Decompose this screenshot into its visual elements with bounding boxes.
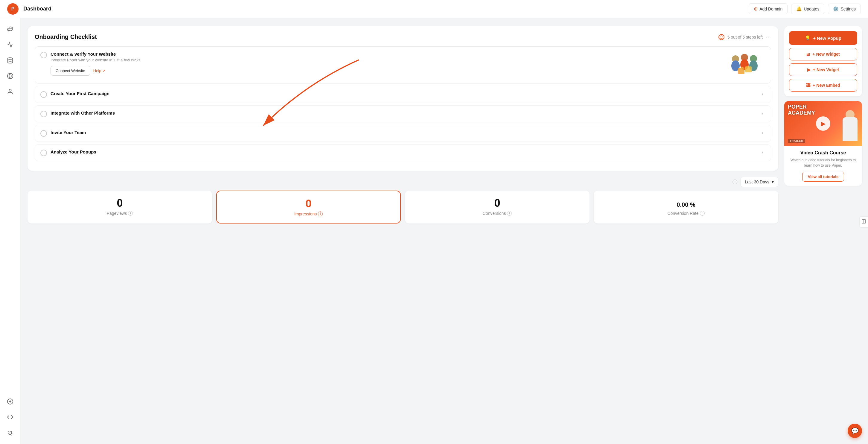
impressions-info-icon[interactable]: i xyxy=(318,211,323,216)
checklist-item-left-2: Create Your First Campaign xyxy=(40,91,760,98)
chevron-right-icon-4: › xyxy=(760,130,766,136)
circle-check-analyze xyxy=(40,150,47,156)
bell-icon: 🔔 xyxy=(796,6,802,12)
settings-button[interactable]: ⚙️ Settings xyxy=(828,4,861,14)
checklist-item-team[interactable]: Invite Your Team › xyxy=(35,125,771,142)
right-edge-panel-icon[interactable] xyxy=(859,216,868,228)
stats-header: i Last 30 Days ▾ xyxy=(28,177,778,187)
checklist-item-title-platforms: Integrate with Other Platforms xyxy=(51,110,115,116)
left-panel: Onboarding Checklist 5 out of 5 steps le… xyxy=(28,26,778,436)
svg-rect-18 xyxy=(862,219,866,223)
action-buttons-panel: 💡 + New Popup ⊞ + New Widget ▶ + New Vid… xyxy=(784,26,862,96)
chevron-right-icon-5: › xyxy=(760,149,766,155)
checklist-item-website[interactable]: Connect & Verify Your Website Integrate … xyxy=(35,47,771,84)
sidebar-item-globe[interactable] xyxy=(4,69,17,83)
view-tutorials-button[interactable]: View all tutorials xyxy=(802,172,844,182)
onboarding-checklist-card: Onboarding Checklist 5 out of 5 steps le… xyxy=(28,26,778,171)
pageviews-label: Pageviews i xyxy=(33,211,206,216)
circle-check-platforms xyxy=(40,111,47,117)
conversion-rate-info-icon[interactable]: i xyxy=(700,211,705,216)
new-embed-label: + New Embed xyxy=(813,83,840,88)
new-popup-button[interactable]: 💡 + New Popup xyxy=(789,31,857,45)
pageviews-info-icon[interactable]: i xyxy=(128,211,133,216)
stats-info-icon[interactable]: i xyxy=(733,179,737,184)
sidebar-item-bug[interactable] xyxy=(4,426,17,439)
onboarding-meta: 5 out of 5 steps left ··· xyxy=(718,34,771,40)
main-layout: Onboarding Checklist 5 out of 5 steps le… xyxy=(0,18,868,444)
svg-point-3 xyxy=(9,89,11,91)
sidebar-item-database[interactable] xyxy=(4,54,17,67)
checklist-item-content: Connect & Verify Your Website Integrate … xyxy=(51,52,142,76)
popup-icon: 💡 xyxy=(805,35,811,41)
new-embed-button[interactable]: 🖼 + New Embed xyxy=(789,79,857,92)
content-area: Onboarding Checklist 5 out of 5 steps le… xyxy=(20,18,868,444)
academy-card: POPERACADEMY ▶ TRAILER Video Crash Cours… xyxy=(784,101,862,186)
header: P Dashboard ⊕ Add Domain 🔔 Updates ⚙️ Se… xyxy=(0,0,868,18)
stat-card-conversions: 0 Conversions i xyxy=(405,190,590,224)
sidebar-item-megaphone[interactable] xyxy=(4,23,17,36)
checklist-item-campaign[interactable]: Create Your First Campaign › xyxy=(35,86,771,103)
impressions-label: Impressions i xyxy=(223,211,394,216)
date-range-dropdown[interactable]: Last 30 Days ▾ xyxy=(740,177,778,187)
stat-card-impressions: 0 Impressions i xyxy=(216,190,401,224)
checklist-item-actions: Connect Website Help ↗ xyxy=(51,66,142,76)
page-title: Dashboard xyxy=(23,6,749,12)
stat-card-pageviews: 0 Pageviews i xyxy=(28,190,212,224)
conversion-rate-value: 0.00 % xyxy=(600,197,772,209)
academy-body: Video Crash Course Watch our video tutor… xyxy=(784,146,862,186)
onboarding-title: Onboarding Checklist xyxy=(35,33,97,40)
connect-website-button[interactable]: Connect Website xyxy=(51,66,90,76)
academy-trailer-badge: TRAILER xyxy=(788,139,805,143)
embed-icon: 🖼 xyxy=(806,83,810,88)
chevron-right-icon-3: › xyxy=(760,110,766,116)
new-popup-label: + New Popup xyxy=(813,36,841,41)
conversions-info-icon[interactable]: i xyxy=(507,211,512,216)
academy-title-overlay: POPERACADEMY xyxy=(788,104,815,116)
checklist-item-desc-website: Integrate Poper with your website in jus… xyxy=(51,58,142,62)
steps-label: 5 out of 5 steps left xyxy=(727,35,763,39)
checklist-item-left: Connect & Verify Your Website Integrate … xyxy=(40,52,726,76)
updates-button[interactable]: 🔔 Updates xyxy=(791,4,824,14)
sidebar-item-code[interactable] xyxy=(4,411,17,424)
more-icon[interactable]: ··· xyxy=(766,34,771,40)
checklist-item-title-analyze: Analyze Your Popups xyxy=(51,149,96,154)
add-domain-icon: ⊕ xyxy=(754,6,757,12)
settings-label: Settings xyxy=(840,7,856,11)
stat-card-conversion-rate: 0.00 % Conversion Rate i xyxy=(594,190,778,224)
stats-grid: 0 Pageviews i 0 Impressions i xyxy=(28,190,778,224)
checklist-item-title-campaign: Create Your First Campaign xyxy=(51,91,110,96)
sidebar-item-dollar[interactable] xyxy=(4,395,17,408)
onboarding-header: Onboarding Checklist 5 out of 5 steps le… xyxy=(35,33,771,40)
chat-bubble[interactable]: 💬 xyxy=(848,424,862,438)
stats-section: i Last 30 Days ▾ 0 Pageviews i xyxy=(28,177,778,224)
sidebar-item-analytics[interactable] xyxy=(4,38,17,52)
conversions-label: Conversions i xyxy=(411,211,584,216)
checklist-item-left-4: Invite Your Team xyxy=(40,130,760,137)
help-link[interactable]: Help ↗ xyxy=(93,68,105,73)
checklist-item-left-3: Integrate with Other Platforms xyxy=(40,110,760,117)
chevron-right-icon-2: › xyxy=(760,91,766,97)
gear-icon: ⚙️ xyxy=(833,6,839,12)
checklist-item-title-team: Invite Your Team xyxy=(51,130,86,135)
new-widget-button[interactable]: ⊞ + New Widget xyxy=(789,48,857,60)
widget-icon: ⊞ xyxy=(806,52,810,57)
checklist-item-analyze[interactable]: Analyze Your Popups › xyxy=(35,144,771,161)
puzzle-illustration xyxy=(726,52,766,79)
impressions-value: 0 xyxy=(223,198,394,210)
pageviews-value: 0 xyxy=(33,197,206,209)
conversion-rate-label: Conversion Rate i xyxy=(600,211,772,216)
right-panel: 💡 + New Popup ⊞ + New Widget ▶ + New Vid… xyxy=(784,26,862,436)
play-button[interactable]: ▶ xyxy=(816,116,830,131)
checklist-item-title-website: Connect & Verify Your Website xyxy=(51,52,142,57)
new-vidget-label: + New Vidget xyxy=(813,67,839,72)
add-domain-button[interactable]: ⊕ Add Domain xyxy=(749,3,787,14)
checklist-item-platforms[interactable]: Integrate with Other Platforms › xyxy=(35,105,771,122)
new-vidget-button[interactable]: ▶ + New Vidget xyxy=(789,63,857,76)
logo-text: P xyxy=(11,6,14,12)
academy-thumbnail[interactable]: POPERACADEMY ▶ TRAILER xyxy=(784,101,862,146)
sidebar-item-user[interactable] xyxy=(4,85,17,98)
checklist-item-left-5: Analyze Your Popups xyxy=(40,149,760,156)
academy-card-title: Video Crash Course xyxy=(788,150,858,155)
steps-indicator xyxy=(718,34,724,40)
conversions-value: 0 xyxy=(411,197,584,209)
